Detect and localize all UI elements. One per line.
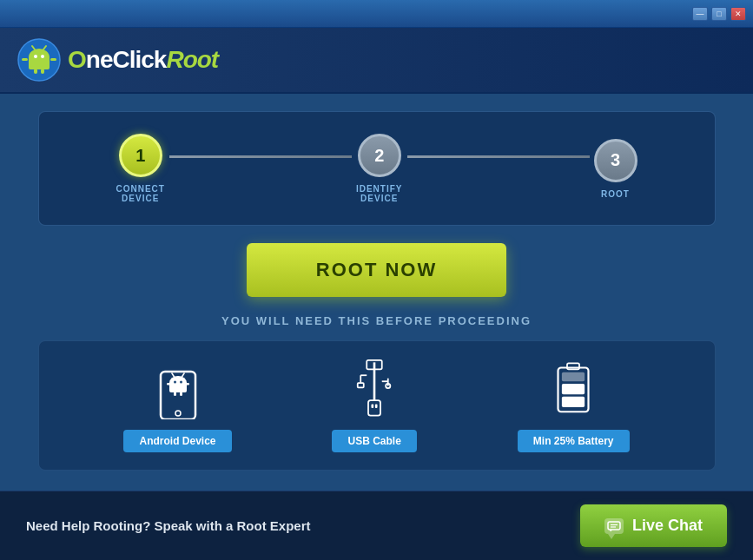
svg-rect-37 [562, 384, 585, 394]
svg-rect-38 [562, 372, 585, 382]
svg-rect-39 [608, 522, 620, 530]
help-text: Need Help Rooting? Speak with a Root Exp… [26, 518, 311, 533]
live-chat-label: Live Chat [632, 517, 703, 535]
svg-point-22 [175, 411, 181, 416]
live-chat-button[interactable]: Live Chat [580, 504, 727, 547]
footer: Need Help Rooting? Speak with a Root Exp… [0, 491, 753, 560]
step-3-circle: 3 [594, 139, 637, 182]
step-3-label: ROOT [601, 189, 630, 199]
svg-rect-20 [174, 392, 176, 396]
maximize-button[interactable]: □ [711, 7, 727, 21]
step-2: 2 IDENTIFYDEVICE [356, 134, 403, 203]
android-icon [148, 359, 208, 419]
title-bar: — □ ✕ [0, 0, 753, 28]
step-1: 1 CONNECTDEVICE [116, 134, 165, 203]
header: OneClickRoot [0, 28, 753, 94]
step-2-label: IDENTIFYDEVICE [356, 184, 403, 203]
svg-marker-40 [610, 530, 612, 531]
prereq-android: Android Device [123, 359, 231, 452]
window-controls: — □ ✕ [692, 7, 746, 21]
steps-container: 1 CONNECTDEVICE 2 IDENTIFYDEVICE 3 ROOT [116, 134, 637, 203]
logo-icon [17, 38, 61, 82]
battery-icon [543, 359, 604, 419]
step-1-circle: 1 [119, 134, 162, 177]
svg-rect-21 [180, 392, 182, 396]
svg-rect-32 [372, 405, 374, 408]
svg-rect-19 [185, 383, 189, 385]
step-2-circle: 2 [358, 134, 401, 177]
step-3: 3 ROOT [594, 139, 637, 199]
prerequisites-items: Android Device [38, 340, 716, 471]
chat-bubble-icon [607, 521, 621, 531]
svg-rect-31 [368, 400, 380, 416]
logo-text: OneClickRoot [68, 46, 218, 74]
svg-rect-27 [358, 383, 364, 387]
svg-point-3 [34, 55, 37, 58]
minimize-button[interactable]: — [692, 7, 708, 21]
prerequisites-title: YOU WILL NEED THIS BEFORE PROCEEDING [221, 314, 532, 327]
root-now-button[interactable]: ROOT NOW [247, 243, 506, 297]
battery-label: Min 25% Battery [518, 430, 630, 452]
step-line-1 [169, 155, 352, 158]
chat-icon [604, 518, 624, 534]
svg-line-17 [182, 373, 184, 377]
prerequisites-section: YOU WILL NEED THIS BEFORE PROCEEDING [38, 314, 716, 471]
close-button[interactable]: ✕ [730, 7, 746, 21]
svg-rect-2 [29, 57, 50, 69]
prereq-usb: USB Cable [332, 359, 416, 452]
usb-cable-label: USB Cable [332, 430, 416, 452]
svg-point-4 [41, 55, 44, 58]
svg-rect-33 [375, 405, 378, 408]
usb-icon [344, 359, 405, 419]
svg-rect-9 [34, 69, 37, 74]
app-window: OneClickRoot 1 CONNECTDEVICE 2 IDENTIFYD… [0, 28, 753, 560]
svg-rect-10 [41, 69, 44, 74]
step-line-2 [407, 155, 590, 158]
svg-point-14 [174, 381, 176, 384]
steps-panel: 1 CONNECTDEVICE 2 IDENTIFYDEVICE 3 ROOT [38, 111, 716, 226]
android-device-label: Android Device [123, 430, 231, 452]
svg-rect-13 [169, 382, 187, 392]
svg-rect-7 [22, 58, 28, 61]
svg-rect-36 [562, 397, 585, 407]
svg-rect-8 [50, 58, 56, 61]
svg-rect-18 [167, 383, 171, 385]
main-content: 1 CONNECTDEVICE 2 IDENTIFYDEVICE 3 ROOT … [0, 94, 753, 491]
svg-point-15 [180, 381, 182, 384]
svg-line-16 [172, 373, 175, 377]
prereq-battery: Min 25% Battery [518, 359, 630, 452]
step-1-label: CONNECTDEVICE [116, 184, 165, 203]
